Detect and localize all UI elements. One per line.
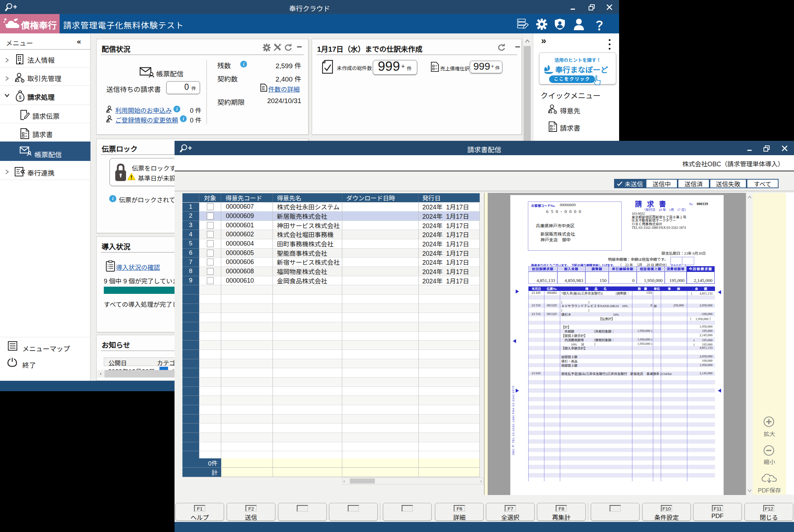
svg-text:$: $ — [19, 94, 22, 100]
